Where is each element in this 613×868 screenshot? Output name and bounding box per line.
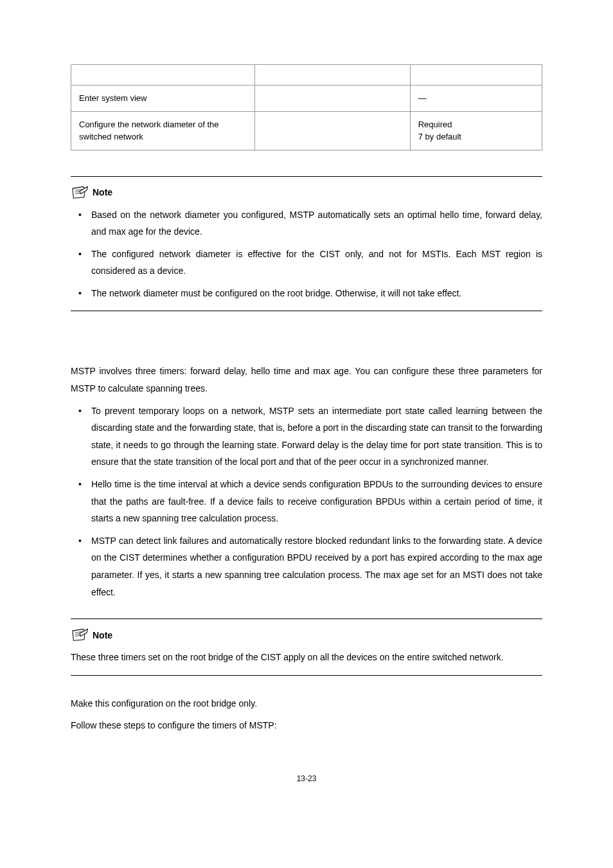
note-icon bbox=[71, 186, 89, 200]
table-header bbox=[410, 65, 542, 86]
table-cell bbox=[254, 86, 410, 112]
note-list: Based on the network diameter you config… bbox=[71, 206, 542, 302]
list-item: Based on the network diameter you config… bbox=[71, 206, 542, 240]
table-row: Enter system view — bbox=[71, 86, 542, 112]
note-header: Note bbox=[71, 186, 542, 200]
list-item: MSTP can detect link failures and automa… bbox=[71, 532, 542, 601]
body-text: Follow these steps to configure the time… bbox=[71, 717, 542, 734]
body-list: To prevent temporary loops on a network,… bbox=[71, 402, 542, 601]
note-label: Note bbox=[93, 629, 112, 642]
config-table: Enter system view — Configure the networ… bbox=[71, 64, 542, 150]
body-text: Make this configuration on the root brid… bbox=[71, 695, 542, 712]
table-header bbox=[71, 65, 255, 86]
list-item: The configured network diameter is effec… bbox=[71, 246, 542, 280]
cell-line: Required bbox=[418, 118, 534, 131]
list-item: The network diameter must be configured … bbox=[71, 285, 542, 302]
note-label: Note bbox=[93, 186, 112, 199]
note-header: Note bbox=[71, 628, 542, 642]
table-cell: Configure the network diameter of the sw… bbox=[71, 111, 255, 150]
table-cell: Enter system view bbox=[71, 86, 255, 112]
page-number: 13-23 bbox=[71, 773, 542, 784]
divider bbox=[71, 619, 542, 619]
table-cell bbox=[254, 111, 410, 150]
list-item: Hello time is the time interval at which… bbox=[71, 476, 542, 527]
body-text: MSTP involves three timers: forward dela… bbox=[71, 363, 542, 397]
table-cell: — bbox=[410, 86, 542, 112]
divider bbox=[71, 675, 542, 676]
note-icon bbox=[71, 628, 89, 642]
divider bbox=[71, 176, 542, 177]
table-cell: Required 7 by default bbox=[410, 111, 542, 150]
table-header bbox=[254, 65, 410, 86]
cell-line: 7 by default bbox=[418, 131, 534, 143]
divider bbox=[71, 311, 542, 311]
list-item: To prevent temporary loops on a network,… bbox=[71, 402, 542, 471]
table-row: Configure the network diameter of the sw… bbox=[71, 111, 542, 150]
note-text: These three timers set on the root bridg… bbox=[71, 649, 542, 666]
